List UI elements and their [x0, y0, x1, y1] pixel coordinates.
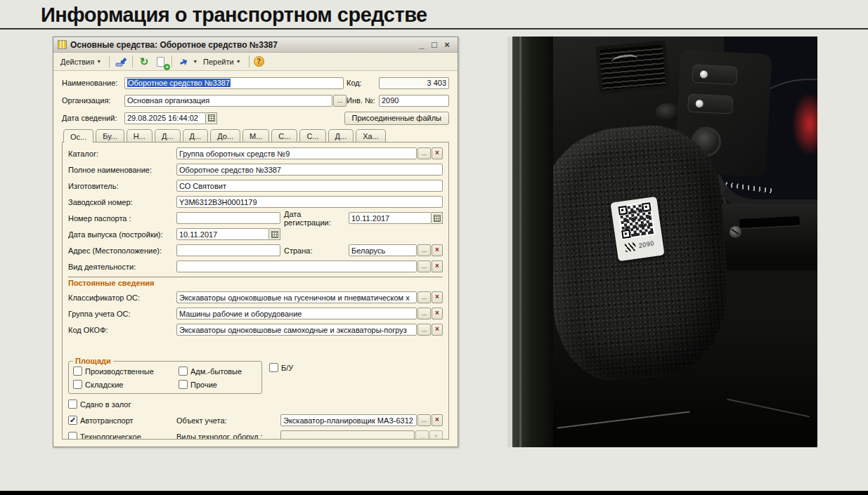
country-picker-button[interactable]: ... — [417, 244, 431, 256]
toolbar-separator — [249, 55, 250, 67]
activity-label: Вид деятельности: — [68, 263, 176, 271]
goto-menu-button[interactable]: Перейти ▼ — [200, 55, 245, 68]
checkbox-other[interactable]: Прочие — [179, 380, 256, 389]
checkbox-warehouse[interactable]: Складские — [73, 380, 179, 389]
minimize-button[interactable]: _ — [415, 39, 428, 51]
permanent-info-section-header: Постоянные сведения — [68, 279, 443, 287]
tab-2[interactable]: Н... — [127, 129, 153, 142]
tab-9[interactable]: Д... — [328, 129, 354, 142]
checkbox-box — [179, 380, 188, 389]
checkbox-box-checked: ✓ — [68, 416, 77, 425]
chevron-down-icon[interactable]: ▼ — [193, 59, 197, 64]
tab-main[interactable]: Ос... — [63, 129, 93, 143]
calendar-button[interactable] — [269, 228, 280, 240]
accounting-object-clear-button[interactable]: × — [432, 414, 443, 426]
tab-6[interactable]: М... — [242, 129, 269, 142]
attachments-button[interactable]: Присоединенные файлы — [344, 112, 449, 125]
maximize-button[interactable]: □ — [428, 39, 441, 51]
actions-menu-button[interactable]: Действия ▼ — [57, 55, 105, 68]
tab-4[interactable]: Д... — [183, 129, 209, 142]
calendar-button[interactable] — [432, 212, 443, 224]
rocker-switch — [687, 93, 733, 114]
save-arrow-icon — [115, 56, 127, 67]
activity-picker-button[interactable]: ... — [417, 260, 431, 272]
tech-equipment-types-input[interactable] — [280, 430, 415, 440]
organization-picker-button[interactable]: ... — [333, 95, 346, 107]
add-file-button[interactable]: + — [153, 55, 167, 68]
accounting-object-input[interactable]: Экскаватор-планировщик МАЗ-6312 — [280, 414, 417, 426]
manufacturer-input[interactable]: СО Святовит — [176, 180, 443, 192]
address-input[interactable] — [176, 244, 280, 256]
build-date-input[interactable]: 10.11.2017 — [176, 228, 269, 240]
full-name-input[interactable]: Оборотное средство №3387 — [176, 164, 443, 176]
tab-5[interactable]: До... — [210, 129, 240, 142]
catalog-clear-button[interactable]: × — [432, 147, 443, 159]
address-label: Адрес (Местоположение): — [68, 246, 176, 255]
document-icon — [157, 57, 164, 67]
name-input[interactable]: Оборотное средство №3387 — [124, 77, 344, 89]
activity-input[interactable] — [176, 260, 417, 272]
data-date-input[interactable]: 29.08.2025 16:44:02 — [124, 112, 206, 124]
accounting-group-input[interactable]: Машины рабочие и оборудование — [176, 308, 417, 319]
accounting-group-clear-button[interactable]: × — [432, 308, 443, 319]
accounting-group-picker-button[interactable]: ... — [417, 308, 431, 319]
window-icon — [58, 40, 67, 49]
okof-picker-button[interactable]: ... — [417, 324, 431, 336]
okof-code-input[interactable]: Экскаваторы одноковшовые самоходные и эк… — [176, 324, 417, 336]
tab-panel-main: Каталог: Группа оборотных средств №9 ...… — [62, 142, 449, 440]
door-pillar — [512, 37, 553, 447]
serial-number-input[interactable]: Y3M6312B3H0001179 — [176, 196, 443, 208]
window-title: Основные средства: Оборотное средство №3… — [70, 40, 415, 50]
accounting-object-picker-button[interactable]: ... — [417, 414, 431, 426]
pillar-highlight — [519, 37, 522, 447]
passport-number-input[interactable] — [176, 212, 280, 224]
country-input[interactable]: Беларусь — [349, 244, 417, 256]
country-clear-button[interactable]: × — [432, 244, 443, 256]
registration-date-input[interactable]: 10.11.2017 — [349, 212, 432, 224]
checkbox-used[interactable]: Б/У — [269, 363, 293, 372]
tab-10[interactable]: Ха... — [356, 129, 386, 142]
code-label: Код: — [346, 79, 379, 87]
catalog-picker-button[interactable]: ... — [417, 147, 431, 159]
okof-clear-button[interactable]: × — [432, 324, 443, 336]
checkbox-technological[interactable]: Технологическое — [68, 432, 141, 440]
scratch-mark — [557, 411, 690, 428]
checkbox-pledged[interactable]: Сдано в залог — [68, 400, 131, 409]
classifier-input[interactable]: Экскаваторы одноковшовые на гусеничном и… — [176, 291, 417, 303]
checkbox-auto-transport[interactable]: ✓Автотранспорт — [68, 416, 134, 425]
activity-clear-button[interactable]: × — [432, 260, 443, 272]
section-separator — [68, 277, 443, 277]
tech-equipment-types-label: Виды технолог. оборуд.: — [176, 433, 280, 440]
classifier-picker-button[interactable]: ... — [417, 291, 431, 303]
name-label: Наименование: — [62, 79, 124, 87]
calendar-button[interactable] — [206, 112, 217, 124]
code-input[interactable]: 3 403 — [379, 77, 449, 89]
rocker-switch — [692, 65, 737, 85]
refresh-button[interactable]: ↻ — [137, 55, 151, 68]
checkbox-admin[interactable]: Адм.-бытовые — [179, 367, 256, 376]
organization-input[interactable]: Основная организация — [124, 95, 332, 107]
tab-8[interactable]: С... — [299, 129, 325, 142]
help-icon[interactable]: ? — [254, 56, 264, 67]
catalog-input[interactable]: Группа оборотных средств №9 — [176, 147, 417, 159]
go-arrow-icon — [179, 57, 189, 67]
switch-led — [695, 100, 704, 108]
okof-code-label: Код ОКОФ: — [68, 326, 176, 334]
inventory-number-input[interactable]: 2090 — [379, 95, 449, 107]
tab-1[interactable]: Бу... — [96, 129, 124, 142]
forward-button[interactable] — [176, 55, 190, 68]
checkbox-production[interactable]: Производственные — [73, 367, 179, 376]
accounting-object-label: Объект учета: — [176, 416, 280, 425]
classifier-clear-button[interactable]: × — [432, 291, 443, 303]
data-date-label: Дата сведений: — [62, 114, 124, 122]
manufacturer-label: Изготовитель: — [68, 182, 176, 190]
close-button[interactable]: × — [441, 39, 453, 51]
checkbox-box — [68, 432, 77, 440]
chevron-down-icon: ▼ — [96, 59, 101, 64]
sticker-logo-icon — [625, 242, 637, 252]
tab-7[interactable]: С... — [271, 129, 297, 142]
build-date-label: Дата выпуска (постройки): — [68, 230, 176, 239]
window-titlebar[interactable]: Основные средства: Оборотное средство №3… — [53, 37, 458, 53]
save-button[interactable] — [114, 55, 128, 68]
tab-3[interactable]: Д... — [155, 129, 181, 142]
